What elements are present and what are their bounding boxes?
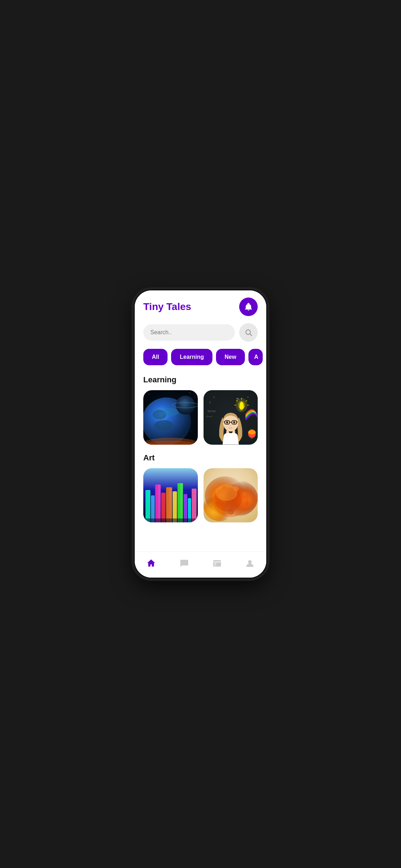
search-input[interactable] (150, 329, 228, 336)
svg-point-8 (146, 406, 146, 407)
svg-rect-64 (166, 487, 169, 522)
notification-button[interactable] (239, 298, 258, 316)
svg-point-79 (215, 487, 219, 492)
svg-rect-58 (145, 490, 148, 523)
nav-profile[interactable] (238, 556, 261, 570)
header: Tiny Tales (135, 290, 266, 320)
art-section-title: Art (143, 453, 258, 463)
svg-point-46 (226, 421, 228, 423)
girl-illustration: ? ? ? ? ? ? ? f(x)=(c) E=mc² (204, 390, 258, 445)
learning-section: Learning (135, 372, 266, 450)
learning-cards-row: ? ? ? ? ? ? ? f(x)=(c) E=mc² (143, 390, 258, 445)
svg-point-14 (162, 408, 179, 416)
svg-point-49 (234, 422, 235, 422)
svg-text:f(x)=(c): f(x)=(c) (207, 410, 215, 413)
svg-text:?: ? (209, 401, 211, 404)
nav-messages[interactable] (173, 556, 195, 570)
search-input-wrap[interactable] (143, 324, 235, 341)
svg-point-7 (195, 397, 195, 397)
svg-rect-34 (240, 409, 242, 410)
svg-text:?: ? (247, 396, 248, 399)
svg-point-48 (227, 422, 228, 422)
svg-line-1 (250, 334, 252, 336)
colorful-bars-card[interactable] (143, 468, 198, 523)
learning-section-title: Learning (143, 375, 258, 384)
planet-illustration (143, 390, 198, 445)
svg-text:E=mc²: E=mc² (206, 415, 212, 418)
home-icon (145, 558, 157, 569)
search-row (135, 320, 266, 347)
nav-transactions[interactable] (206, 556, 228, 570)
svg-point-84 (245, 501, 249, 506)
svg-point-52 (248, 430, 256, 434)
phone-frame: Tiny Tales All Learning New (134, 289, 267, 579)
svg-rect-86 (213, 560, 221, 567)
art-cards-row (143, 468, 258, 523)
svg-point-90 (248, 560, 252, 564)
colorful-bars-illustration (143, 468, 198, 523)
nav-home[interactable] (140, 556, 163, 570)
svg-rect-53 (251, 437, 253, 439)
svg-rect-67 (178, 483, 180, 522)
svg-point-80 (222, 485, 225, 489)
search-icon (245, 329, 252, 336)
app-title: Tiny Tales (143, 301, 191, 312)
orange-texture-illustration (204, 468, 258, 523)
svg-point-19 (180, 401, 187, 406)
messages-icon (178, 558, 190, 569)
svg-point-50 (230, 425, 231, 426)
svg-point-81 (233, 486, 238, 491)
art-section: Art (135, 450, 266, 528)
svg-point-82 (242, 492, 246, 496)
svg-rect-68 (184, 494, 187, 522)
svg-point-15 (154, 420, 173, 431)
svg-rect-70 (192, 489, 197, 522)
tab-new[interactable]: New (216, 349, 245, 365)
svg-rect-65 (173, 491, 177, 522)
svg-point-47 (233, 421, 235, 423)
transactions-icon (211, 558, 223, 569)
svg-point-83 (212, 498, 217, 503)
svg-point-11 (191, 431, 191, 431)
tab-all[interactable]: All (143, 349, 168, 365)
svg-point-5 (189, 393, 190, 393)
svg-point-3 (149, 394, 149, 394)
bottom-nav (135, 552, 266, 578)
tab-learning[interactable]: Learning (171, 349, 212, 365)
svg-rect-62 (161, 492, 165, 522)
tabs-row: All Learning New A (135, 347, 266, 372)
tab-art-partial[interactable]: A (248, 349, 263, 365)
planet-card[interactable] (143, 390, 198, 445)
girl-thinking-card[interactable]: ? ? ? ? ? ? ? f(x)=(c) E=mc² (204, 390, 258, 445)
svg-point-85 (227, 508, 234, 515)
svg-rect-71 (143, 518, 198, 522)
orange-texture-card[interactable] (204, 468, 258, 523)
bell-icon (244, 302, 253, 311)
svg-point-4 (155, 398, 156, 398)
search-icon-button[interactable] (239, 323, 258, 342)
profile-icon (244, 558, 256, 569)
svg-text:?: ? (213, 396, 214, 399)
svg-rect-61 (155, 484, 158, 522)
screen: Tiny Tales All Learning New (135, 290, 266, 552)
